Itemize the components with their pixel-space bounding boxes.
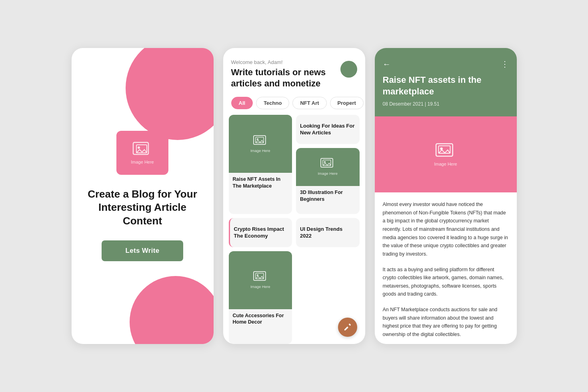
avatar[interactable] [340, 61, 357, 78]
article-card-1[interactable]: Image Here Raise NFT Assets In The Marke… [229, 115, 292, 214]
screen-2-wrapper: Welcome back, Adam! Write tutorials or n… [223, 48, 365, 344]
welcome-text: Welcome back, Adam! [231, 59, 336, 65]
article-card-2[interactable]: Looking For Ideas For New Articles [296, 115, 360, 144]
filter-tabs: All Techno NFT Art Propert [223, 94, 365, 115]
image-placeholder-label: Image Here [131, 160, 154, 164]
article-card-1-title: Raise NFT Assets In The Marketplace [233, 176, 288, 190]
article-card-4-title: Crypto Rises Impact The Economy [230, 222, 292, 244]
screen-3-header: ← ⋮ Raise NFT assets in the marketplace … [375, 48, 517, 116]
deco-circle-bottom [130, 276, 214, 344]
svg-point-11 [257, 274, 258, 276]
article-card-4[interactable]: Crypto Rises Impact The Economy [229, 218, 292, 247]
article-detail-title: Raise NFT assets in the marketplace [383, 74, 509, 97]
article-card-1-image: Image Here [229, 115, 292, 173]
image-icon: Image Here [131, 142, 154, 164]
deco-circle-top [126, 48, 214, 140]
screens-container: Image Here Create a Blog for Your Intere… [56, 24, 533, 368]
screen-1-content: Image Here Create a Blog for Your Intere… [72, 131, 214, 261]
article-card-1-body: Raise NFT Assets In The Marketplace [229, 173, 292, 194]
screen-3-nav: ← ⋮ [383, 59, 509, 69]
article-detail-body: Almost every investor would have noticed… [375, 192, 517, 344]
header-text: Welcome back, Adam! Write tutorials or n… [231, 59, 336, 89]
hero-image-placeholder: Image Here [116, 131, 168, 175]
article-card-3-body: 3D Illustration For Beginners [296, 186, 360, 207]
svg-point-14 [440, 147, 443, 150]
more-options-button[interactable]: ⋮ [501, 59, 509, 69]
screen-1-title: Create a Blog for Your Interesting Artic… [84, 188, 201, 228]
filter-tab-techno[interactable]: Techno [256, 97, 289, 109]
fab-edit-button[interactable] [338, 318, 357, 337]
filter-tab-nftart[interactable]: NFT Art [292, 97, 326, 109]
article-card-6-image: Image Here [229, 251, 292, 309]
articles-grid: Image Here Raise NFT Assets In The Marke… [223, 115, 365, 344]
header-title: Write tutorials or news articles and mon… [231, 67, 336, 89]
article-card-6-title: Cute Accessories For Home Decor [233, 312, 288, 326]
article-card-3-title: 3D Illustration For Beginners [300, 189, 356, 203]
article-detail-hero-image: Image Here [375, 116, 517, 192]
screen-2: Welcome back, Adam! Write tutorials or n… [223, 48, 365, 344]
svg-point-8 [324, 161, 326, 163]
hero-img-label: Image Here [434, 162, 457, 166]
screen-3: ← ⋮ Raise NFT assets in the marketplace … [375, 48, 517, 344]
article-card-5-title: UI Design Trends 2022 [296, 222, 360, 244]
article-paragraph-2: It acts as a buying and selling platform… [383, 266, 509, 299]
svg-point-2 [138, 146, 140, 149]
lets-write-button[interactable]: Lets Write [102, 240, 184, 261]
filter-tab-property[interactable]: Propert [330, 97, 364, 109]
filter-tab-all[interactable]: All [231, 97, 253, 109]
back-button[interactable]: ← [383, 60, 391, 69]
article-paragraph-3: An NFT Marketplace conducts auctions for… [383, 306, 509, 339]
article-card-5[interactable]: UI Design Trends 2022 [296, 218, 360, 247]
article-paragraph-1: Almost every investor would have noticed… [383, 200, 509, 258]
screen-2-header: Welcome back, Adam! Write tutorials or n… [223, 48, 365, 94]
article-detail-date: 08 Desember 2021 | 19.51 [383, 101, 509, 107]
article-card-3[interactable]: Image Here 3D Illustration For Beginners [296, 148, 360, 214]
article-card-6[interactable]: Image Here Cute Accessories For Home Dec… [229, 251, 292, 344]
screen-1: Image Here Create a Blog for Your Intere… [72, 48, 214, 344]
article-card-2-title: Looking For Ideas For New Articles [296, 118, 360, 140]
article-card-6-body: Cute Accessories For Home Decor [229, 309, 292, 330]
svg-point-5 [257, 138, 258, 140]
article-card-3-image: Image Here [296, 148, 360, 186]
